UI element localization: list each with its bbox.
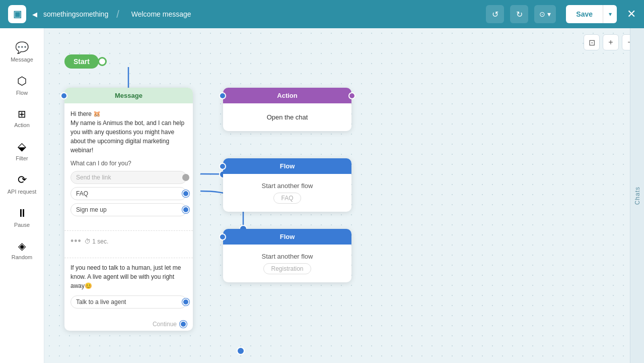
breadcrumb-sep: / [116,9,119,20]
project-name[interactable]: somethingsomething [43,10,108,18]
sidebar-item-action[interactable]: ⊞ Action [3,103,41,133]
flow-node-2-label: Start another flow [231,253,343,260]
random-icon: ◈ [18,240,26,252]
sidebar-item-filter[interactable]: ⬙ Filter [3,135,41,166]
typing-dots-icon: ••• [70,236,82,247]
quick-reply-sign-up[interactable]: Sign me up [70,203,187,216]
continue-dot [180,321,187,328]
canvas[interactable]: Start Message Hi there 🐹 My name is Anim… [44,28,644,363]
message-text-2: If you need to talk to a human, just let… [70,263,187,290]
flow-node-2-name: Registration [263,263,311,274]
reply-send-link-label: Send the link [76,174,111,181]
zoom-fit-button[interactable]: ⊡ [584,34,600,50]
message-node-body: Hi there 🐹 My name is Animus the bot, an… [64,103,193,225]
flow-node-1-header: Flow [223,158,351,174]
chats-panel[interactable]: Chats [630,28,644,363]
redo-button[interactable]: ↻ [510,5,528,23]
reply-send-link-dot [182,174,189,181]
zoom-in-button[interactable]: + [603,34,619,50]
message-node[interactable]: Message Hi there 🐹 My name is Animus the… [64,88,193,331]
flow-node-1-body: Start another flow FAQ [223,174,351,212]
message-input-dot [60,92,67,99]
sidebar-item-pause-label: Pause [14,222,30,228]
save-button[interactable]: Save [566,5,603,23]
close-button[interactable]: ✕ [627,8,636,21]
message-question: What can I do for you? [70,160,187,167]
quick-reply-faq[interactable]: FAQ [70,187,187,200]
action-icon: ⊞ [18,108,26,120]
chats-label: Chats [634,187,641,205]
sidebar-item-message-label: Message [11,56,33,63]
save-dropdown-button[interactable]: ▾ [603,5,617,23]
sidebar-item-flow-label: Flow [16,90,28,96]
history-dropdown-icon: ▾ [547,10,551,18]
sidebar-item-flow[interactable]: ⬡ Flow [3,70,41,101]
typing-indicator: ••• ⏱ 1 sec. [70,236,187,247]
undo-button[interactable]: ↺ [486,5,504,23]
continue-label: Continue [153,321,177,328]
typing-section: ••• ⏱ 1 sec. [64,236,193,253]
history-icon: ⊙ [539,10,545,18]
flow-node-2-body: Start another flow Registration [223,245,351,282]
start-output-dot [98,57,107,66]
flow-node-1-input-dot [219,163,226,170]
sidebar-item-action-label: Action [14,122,30,128]
pause-icon: ⏸ [17,207,28,220]
message-section-2: If you need to talk to a human, just let… [64,263,193,318]
reply-signup-label: Sign me up [76,206,107,213]
start-label: Start [74,57,90,66]
app-logo: ▣ [8,5,26,23]
sidebar-item-pause[interactable]: ⏸ Pause [3,202,41,233]
svg-point-3 [237,347,244,354]
node-divider-2 [64,258,193,258]
node-divider-1 [64,230,193,231]
continue-row: Continue [64,318,193,331]
typing-delay: ⏱ 1 sec. [85,238,108,245]
message-node-title: Message [115,92,142,99]
flow-node-2-title: Flow [280,233,295,240]
message-text-1: Hi there 🐹 My name is Animus the bot, an… [70,109,187,155]
sidebar-item-filter-label: Filter [16,155,28,161]
sidebar-item-api-label: API request [8,189,36,195]
quick-reply-send-link[interactable]: Send the link [70,171,187,184]
reply-live-agent-dot [182,298,189,306]
quick-reply-live-agent[interactable]: Talk to a live agent [70,295,187,309]
api-icon: ⟳ [18,173,27,187]
flow-icon: ⬡ [17,75,27,88]
start-node[interactable]: Start [64,54,107,69]
sidebar-item-random[interactable]: ◈ Random [3,235,41,265]
flow-node-1-name: FAQ [273,193,301,204]
sidebar-item-message[interactable]: 💬 Message [3,36,41,68]
flow-node-2-header: Flow [223,229,351,245]
message-icon: 💬 [15,41,29,54]
header: ▣ ◀ somethingsomething / Welcome message… [0,0,644,28]
action-node[interactable]: Action Open the chat [223,88,351,131]
flow-node-2-input-dot [219,233,226,240]
sidebar-item-api[interactable]: ⟳ API request [3,168,41,200]
filter-icon: ⬙ [18,140,26,153]
sidebar: 💬 Message ⬡ Flow ⊞ Action ⬙ Filter ⟳ API… [0,28,44,363]
project-icon: ◀ [32,11,37,18]
reply-faq-dot [182,190,189,197]
flow-name: Welcome message [131,10,191,18]
flow-node-1[interactable]: Flow Start another flow FAQ [223,158,351,212]
reply-signup-dot [182,206,189,213]
reply-live-agent-label: Talk to a live agent [76,298,126,306]
history-button[interactable]: ⊙ ▾ [534,5,556,23]
start-button[interactable]: Start [64,54,99,69]
action-node-body: Open the chat [223,103,351,131]
flow-node-1-title: Flow [280,162,295,170]
action-node-title: Action [277,92,297,99]
message-node-header: Message [64,88,193,103]
logo-symbol: ▣ [13,9,22,20]
action-body-text: Open the chat [267,113,308,121]
main-layout: 💬 Message ⬡ Flow ⊞ Action ⬙ Filter ⟳ API… [0,28,644,363]
flow-node-2[interactable]: Flow Start another flow Registration [223,229,351,282]
sidebar-item-random-label: Random [12,254,33,260]
action-node-header: Action [223,88,351,103]
action-output-dot [348,92,355,99]
reply-faq-label: FAQ [76,190,88,197]
flow-node-1-label: Start another flow [231,182,343,190]
action-input-dot [219,92,226,99]
